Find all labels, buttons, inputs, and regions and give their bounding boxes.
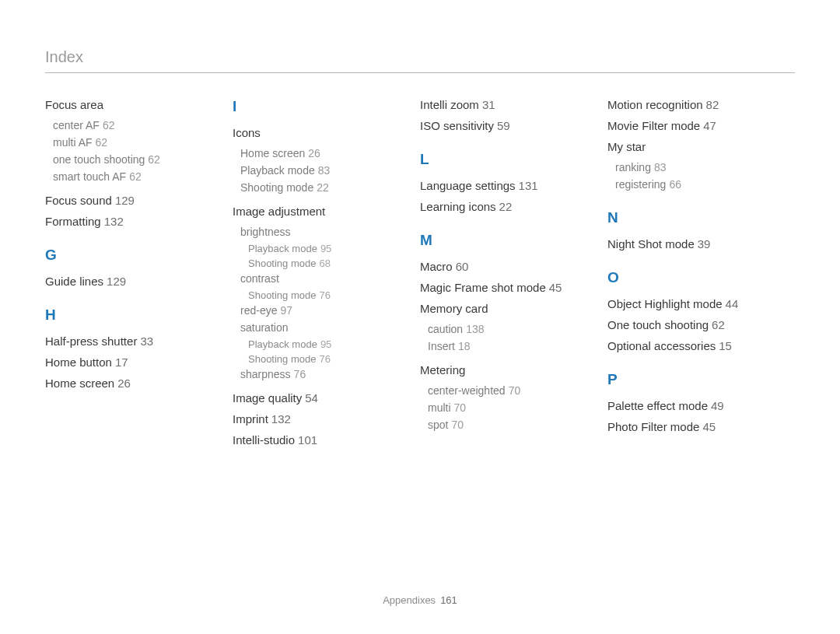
sub-brightness: brightness — [240, 226, 408, 238]
entry-label: Image quality — [233, 391, 302, 405]
entry-formatting: Formatting132 — [45, 215, 220, 228]
letter-n: N — [607, 209, 782, 226]
page-ref: 131 — [519, 179, 538, 192]
sub-sharpness: sharpness76 — [240, 368, 408, 380]
entry-label: Magic Frame shot mode — [420, 281, 546, 294]
entry-label: Focus area — [45, 98, 103, 111]
entry-photo-filter-mode: Photo Filter mode45 — [607, 420, 782, 433]
sub-label: sharpness — [240, 368, 291, 380]
entry-guide-lines: Guide lines129 — [45, 275, 220, 288]
sub-label: registering — [615, 178, 666, 191]
sub-label: saturation — [240, 321, 288, 334]
entry-half-press-shutter: Half-press shutter33 — [45, 335, 220, 348]
sub-label: smart touch AF — [53, 170, 126, 183]
page-ref: 66 — [669, 178, 681, 191]
entry-label: Focus sound — [45, 194, 112, 207]
sub-label: center AF — [53, 119, 100, 131]
page-ref: 62 — [103, 119, 115, 131]
sub-label: Playback mode — [240, 164, 315, 177]
index-columns: Focus area center AF62 multi AF62 one to… — [0, 73, 840, 454]
letter-h: H — [45, 306, 220, 324]
entry-intelli-zoom: Intelli zoom31 — [420, 98, 595, 111]
page-ref: 15 — [719, 339, 732, 352]
entry-label: Intelli-studio — [233, 433, 295, 447]
entry-focus-area: Focus area — [45, 98, 220, 111]
sub-memory-insert: Insert18 — [428, 340, 595, 352]
subsub-brightness-playback: Playback mode95 — [248, 243, 408, 254]
entry-label: One touch shooting — [607, 318, 709, 331]
page-ref: 95 — [320, 338, 331, 350]
subsub-label: Shooting mode — [248, 289, 316, 301]
entry-label: My star — [607, 140, 646, 153]
entry-label: Optional accessories — [607, 339, 716, 352]
sub-label: multi AF — [53, 136, 93, 149]
subsub-contrast-shooting: Shooting mode76 — [248, 289, 408, 301]
entry-label: Movie Filter mode — [607, 119, 700, 132]
page-ref: 22 — [317, 181, 329, 194]
entry-label: Formatting — [45, 215, 101, 228]
sub-contrast: contrast — [240, 272, 408, 285]
letter-p: P — [607, 371, 782, 388]
page-ref: 76 — [294, 368, 306, 380]
subsub-saturation-shooting: Shooting mode76 — [248, 353, 408, 365]
entry-label: Metering — [420, 363, 465, 377]
entry-label: Object Highlight mode — [607, 297, 723, 310]
entry-imprint: Imprint132 — [233, 412, 408, 426]
entry-label: Language settings — [420, 179, 516, 192]
entry-label: Imprint — [233, 412, 268, 426]
sub-spot: spot70 — [428, 419, 595, 431]
page-ref: 129 — [107, 275, 126, 288]
entry-label: Home screen — [45, 377, 114, 390]
subsub-label: Playback mode — [248, 338, 317, 350]
page-ref: 97 — [280, 304, 292, 317]
page-ref: 17 — [115, 356, 128, 369]
entry-language-settings: Language settings131 — [420, 179, 595, 192]
page-ref: 62 — [96, 136, 108, 149]
page-ref: 76 — [319, 353, 330, 365]
sub-label: center-weighted — [428, 384, 506, 397]
entry-home-screen: Home screen26 — [45, 377, 220, 390]
letter-g: G — [45, 247, 220, 264]
sub-label: caution — [428, 323, 463, 335]
page-ref: 60 — [456, 260, 469, 273]
letter-l: L — [420, 151, 595, 168]
col-4: Motion recognition82 Movie Filter mode47… — [607, 98, 795, 454]
letter-o: O — [607, 269, 782, 286]
entry-label: Guide lines — [45, 275, 103, 288]
sub-memory-caution: caution138 — [428, 323, 595, 335]
page-ref: 33 — [140, 335, 153, 348]
entry-one-touch-shooting: One touch shooting62 — [607, 318, 782, 331]
entry-macro: Macro60 — [420, 260, 595, 273]
page-ref: 76 — [319, 289, 330, 301]
sub-center-weighted: center-weighted70 — [428, 384, 595, 397]
page-ref: 45 — [702, 420, 716, 433]
page-ref: 62 — [712, 318, 725, 331]
subsub-label: Playback mode — [248, 243, 317, 254]
sub-one-touch-shooting: one touch shooting62 — [53, 153, 220, 166]
page-ref: 70 — [454, 401, 467, 414]
entry-learning-icons: Learning icons22 — [420, 200, 595, 213]
page-ref: 82 — [706, 98, 719, 111]
subsub-saturation-playback: Playback mode95 — [248, 338, 408, 350]
entry-image-adjustment: Image adjustment — [233, 205, 408, 218]
entry-intelli-studio: Intelli-studio101 — [233, 433, 408, 447]
entry-my-star: My star — [607, 140, 782, 153]
sub-label: Shooting mode — [240, 181, 313, 194]
page-ref: 45 — [549, 281, 562, 294]
entry-focus-sound: Focus sound129 — [45, 194, 220, 207]
letter-m: M — [420, 232, 595, 249]
entry-label: Intelli zoom — [420, 98, 479, 111]
page-ref: 31 — [482, 98, 495, 111]
sub-label: multi — [428, 401, 451, 414]
page-ref: 138 — [466, 323, 484, 335]
page-ref: 22 — [499, 200, 513, 213]
page-ref: 47 — [703, 119, 716, 132]
page-ref: 54 — [305, 391, 318, 405]
page-ref: 101 — [298, 433, 317, 447]
entry-label: Night Shot mode — [607, 237, 695, 250]
letter-i: I — [233, 98, 408, 115]
sub-icons-playback-mode: Playback mode83 — [240, 164, 408, 177]
page-ref: 59 — [497, 119, 510, 132]
sub-ranking: ranking83 — [615, 161, 782, 173]
footer-page-number: 161 — [440, 594, 457, 606]
